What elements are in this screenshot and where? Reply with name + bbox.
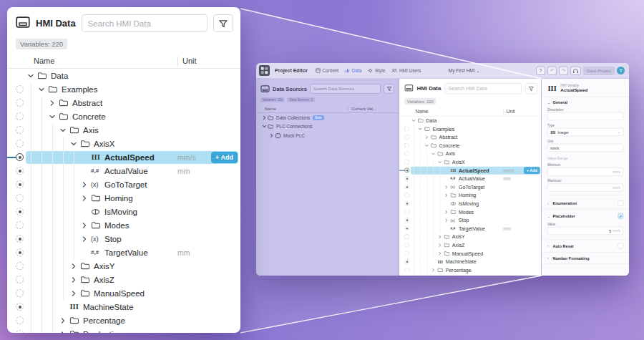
tree-row-actualspeed[interactable]: IIIActualSpeedmm/s+ Add	[399, 166, 542, 175]
variable-state-icon[interactable]	[404, 185, 409, 190]
tree-row-axisy[interactable]: AxisY	[7, 259, 240, 273]
user-avatar[interactable]: T	[617, 67, 625, 74]
chevron-down-icon[interactable]	[27, 72, 37, 79]
chevron-right-icon[interactable]	[49, 99, 59, 107]
tree-row-ismoving[interactable]: IsMoving	[7, 205, 240, 218]
tab-data[interactable]: Data	[345, 68, 361, 74]
variable-state-icon[interactable]	[404, 259, 409, 264]
chevron-right-icon[interactable]	[70, 290, 80, 297]
folder-state-icon[interactable]	[404, 143, 409, 148]
data-source-row-plc-connections[interactable]: PLC Connections	[256, 122, 399, 132]
folder-state-icon[interactable]	[404, 160, 409, 165]
tab-hmi-users[interactable]: HMI Users	[391, 68, 421, 74]
placeholder-value-field[interactable]: 5 mm/s	[547, 227, 623, 235]
chevron-down-icon[interactable]	[424, 143, 431, 147]
folder-state-icon[interactable]	[16, 276, 24, 283]
tree-row-manualspeed[interactable]: ManualSpeed	[399, 249, 542, 258]
chevron-right-icon[interactable]	[59, 317, 69, 324]
variable-state-icon[interactable]	[16, 303, 24, 311]
tree-row-modes[interactable]: Modes	[7, 218, 240, 232]
placeholder-checkbox[interactable]: ✓	[618, 213, 624, 219]
variable-state-icon[interactable]	[404, 176, 409, 181]
tree-row-targetvalue[interactable]: #,#TargetValuemm	[399, 224, 542, 233]
tree-row-homing[interactable]: Homing	[7, 191, 240, 205]
variable-state-icon[interactable]	[404, 168, 409, 173]
tree-row-modes[interactable]: Modes	[399, 208, 542, 216]
folder-state-icon[interactable]	[404, 268, 409, 273]
unit-field[interactable]: mm/s	[547, 144, 623, 152]
tree-row-axis[interactable]: Axis	[7, 123, 240, 137]
data-source-row-mock-plc[interactable]: Mock PLC	[256, 131, 399, 140]
chevron-right-icon[interactable]	[59, 331, 69, 334]
enumeration-checkbox[interactable]: ✓	[618, 200, 624, 206]
tree-row-targetvalue[interactable]: #,#TargetValuemm	[7, 246, 240, 259]
folder-state-icon[interactable]	[16, 262, 24, 270]
auto-reset-checkbox[interactable]: ✓	[618, 243, 624, 249]
tree-row-production[interactable]: Production	[399, 274, 542, 276]
folder-state-icon[interactable]	[404, 210, 409, 215]
tree-row-ismoving[interactable]: IsMoving	[399, 199, 542, 208]
chevron-right-icon[interactable]	[81, 222, 91, 229]
tree-row-concrete[interactable]: Concrete	[399, 141, 542, 150]
tree-row-actualspeed[interactable]: IIIActualSpeedmm/s+ Add	[7, 150, 240, 164]
folder-state-icon[interactable]	[16, 85, 24, 93]
folder-state-icon[interactable]	[16, 140, 24, 147]
section-auto-reset[interactable]: › Auto Reset ✓	[542, 240, 629, 253]
headset-icon[interactable]	[570, 67, 581, 75]
variable-state-icon[interactable]	[404, 201, 409, 206]
maximum-field[interactable]: mm/s	[547, 184, 623, 192]
chevron-right-icon[interactable]	[81, 181, 91, 188]
variable-state-icon[interactable]	[404, 226, 409, 231]
chevron-down-icon[interactable]	[59, 127, 69, 134]
folder-state-icon[interactable]	[16, 194, 24, 202]
undo-button[interactable]: ↶	[547, 67, 557, 75]
chevron-down-icon[interactable]	[38, 86, 48, 93]
help-button[interactable]: ?	[536, 67, 545, 75]
folder-state-icon[interactable]	[16, 221, 24, 229]
tree-row-data[interactable]: Data	[399, 116, 542, 125]
folder-state-icon[interactable]	[404, 251, 409, 256]
tree-row-axisx[interactable]: AxisX	[399, 157, 542, 166]
filter-icon[interactable]	[384, 84, 394, 94]
chevron-right-icon[interactable]	[262, 115, 268, 120]
variable-state-icon[interactable]	[16, 167, 24, 175]
hmi-data-search-input[interactable]	[82, 14, 208, 32]
folder-state-icon[interactable]	[404, 151, 409, 156]
variable-state-icon[interactable]	[16, 180, 24, 188]
chevron-down-icon[interactable]	[262, 124, 268, 129]
chevron-right-icon[interactable]	[431, 268, 438, 272]
data-sources-search-input[interactable]: Search Data Sources	[310, 84, 381, 94]
tree-row-machinestate[interactable]: IIIMachineState	[399, 258, 542, 266]
tree-row-axisz[interactable]: AxisZ	[7, 273, 240, 286]
type-select[interactable]: III Integer ⌄	[547, 128, 623, 136]
chevron-right-icon[interactable]	[438, 251, 444, 256]
add-button[interactable]: + Add	[524, 167, 540, 174]
tree-row-examples[interactable]: Examples	[7, 82, 240, 96]
folder-state-icon[interactable]	[16, 289, 24, 297]
tree-row-percentage[interactable]: Percentage	[7, 314, 240, 327]
folder-state-icon[interactable]	[404, 243, 409, 248]
chevron-down-icon[interactable]	[431, 152, 438, 156]
tab-content[interactable]: Content	[316, 68, 338, 74]
chevron-down-icon[interactable]	[411, 118, 418, 122]
app-logo-icon[interactable]	[259, 65, 270, 76]
chevron-right-icon[interactable]	[70, 276, 80, 283]
filter-icon[interactable]	[213, 14, 233, 32]
tree-row-concrete[interactable]: Concrete	[7, 110, 240, 123]
chevron-right-icon[interactable]	[438, 243, 444, 247]
tree-row-abstract[interactable]: Abstract	[399, 133, 542, 142]
folder-state-icon[interactable]	[404, 135, 409, 140]
folder-state-icon[interactable]	[16, 126, 24, 134]
chevron-right-icon[interactable]	[444, 218, 451, 222]
chevron-down-icon[interactable]	[49, 113, 59, 120]
tree-row-axis[interactable]: Axis	[399, 150, 542, 158]
tree-row-homing[interactable]: Homing	[399, 191, 542, 200]
chevron-down-icon[interactable]	[438, 160, 444, 164]
chevron-right-icon[interactable]	[81, 195, 91, 202]
project-selector[interactable]: My First HMI ⌄	[449, 68, 509, 74]
minimum-field[interactable]: mm/s	[547, 168, 623, 176]
tree-row-stop[interactable]: (x)Stop	[399, 216, 542, 225]
folder-state-icon[interactable]	[16, 112, 24, 120]
tab-style[interactable]: Style	[368, 68, 385, 74]
data-source-row-data-collections[interactable]: Data CollectionsBeta	[256, 113, 399, 122]
